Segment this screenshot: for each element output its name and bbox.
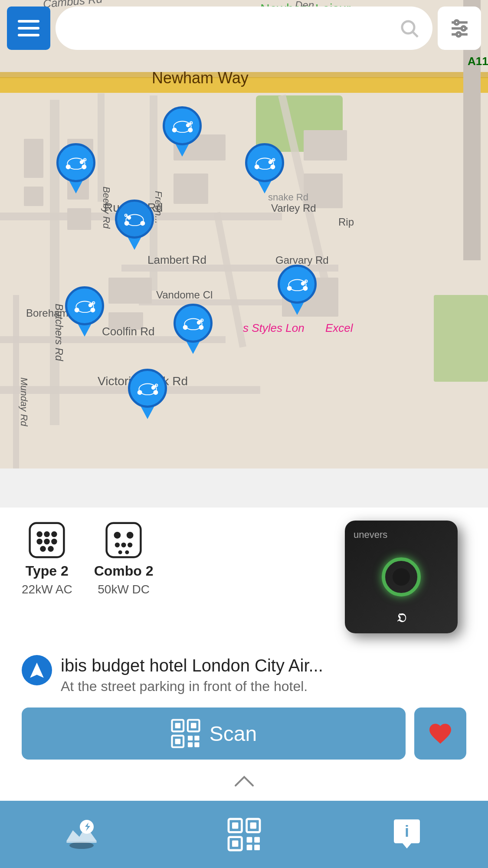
nav-item-map[interactable] — [64, 817, 99, 852]
svg-point-118 — [115, 543, 120, 547]
charger-type-1: Type 2 22kW AC — [22, 521, 72, 596]
chevron-up-icon — [231, 773, 257, 790]
svg-point-93 — [137, 390, 142, 395]
svg-point-63 — [254, 164, 259, 169]
svg-point-67 — [272, 158, 275, 161]
device-brand: unevers — [354, 529, 387, 540]
map-pin-5[interactable] — [65, 286, 104, 337]
svg-point-52 — [82, 164, 86, 169]
svg-text:Varley Rd: Varley Rd — [271, 202, 316, 214]
svg-point-110 — [37, 539, 43, 545]
menu-button[interactable] — [7, 7, 50, 50]
device-image: unevers 𝔒 — [345, 521, 466, 642]
svg-point-105 — [456, 32, 460, 36]
svg-rect-139 — [250, 822, 256, 829]
scan-button[interactable]: Scan — [22, 708, 406, 760]
svg-point-94 — [153, 390, 158, 395]
svg-rect-134 — [66, 841, 97, 843]
device-led — [382, 557, 421, 596]
svg-point-117 — [127, 532, 134, 539]
location-icon — [22, 655, 52, 685]
map-pin-8[interactable] — [128, 369, 167, 419]
svg-point-51 — [66, 164, 70, 169]
bottom-panel: Type 2 22kW AC Combo 2 50kW DC — [0, 508, 488, 807]
svg-point-75 — [74, 308, 79, 312]
map-pin-7[interactable] — [278, 265, 317, 315]
svg-text:Beeby Rd: Beeby Rd — [101, 187, 112, 229]
svg-text:Newham Way: Newham Way — [152, 69, 249, 87]
nav-item-scan[interactable] — [227, 817, 262, 852]
svg-point-114 — [48, 546, 54, 552]
scan-button-label: Scan — [210, 722, 257, 746]
svg-point-116 — [114, 532, 121, 539]
svg-point-87 — [287, 286, 291, 291]
favorite-button[interactable] — [414, 708, 466, 760]
map-view[interactable]: Cambus Rd Den... Newham Way Russell Rd L… — [0, 0, 488, 468]
svg-point-64 — [270, 164, 275, 169]
action-buttons: Scan — [22, 708, 466, 760]
nav-qr-icon — [227, 817, 262, 852]
svg-point-82 — [199, 325, 203, 330]
svg-rect-132 — [194, 742, 199, 747]
svg-rect-23 — [174, 174, 208, 204]
svg-point-109 — [51, 531, 57, 537]
location-text: ibis budget hotel London City Air... At … — [61, 655, 466, 694]
svg-text:Vandome Cl: Vandome Cl — [156, 289, 213, 301]
svg-rect-27 — [108, 278, 152, 304]
svg-point-98 — [402, 21, 414, 33]
svg-rect-20 — [24, 139, 43, 178]
svg-rect-8 — [98, 93, 105, 202]
filter-icon — [448, 16, 472, 40]
map-pin-6[interactable] — [174, 304, 213, 354]
device-logo: 𝔒 — [397, 611, 406, 626]
svg-text:Coolfin Rd: Coolfin Rd — [102, 325, 154, 338]
svg-rect-142 — [246, 837, 252, 842]
svg-rect-131 — [188, 742, 193, 747]
search-bar — [56, 7, 432, 50]
svg-rect-144 — [246, 845, 252, 850]
svg-text:Rip: Rip — [338, 216, 354, 228]
svg-point-69 — [124, 221, 129, 226]
svg-point-55 — [83, 158, 86, 161]
svg-point-76 — [90, 308, 95, 312]
nav-item-info[interactable]: i — [390, 817, 424, 852]
nav-map-icon — [64, 817, 99, 852]
search-input[interactable] — [69, 19, 392, 37]
svg-point-57 — [172, 128, 177, 132]
charger-type-2: Combo 2 50kW DC — [94, 521, 154, 596]
map-pin-1[interactable] — [56, 143, 95, 193]
svg-point-81 — [183, 325, 187, 330]
map-pin-2[interactable] — [163, 106, 202, 157]
svg-point-120 — [128, 543, 132, 547]
svg-text:s Styles Lon: s Styles Lon — [243, 321, 305, 334]
svg-text:Munday Rd: Munday Rd — [19, 377, 29, 426]
device-led-inner — [393, 568, 410, 586]
svg-point-91 — [305, 280, 307, 282]
chevron-up[interactable] — [22, 768, 466, 794]
svg-point-111 — [44, 539, 50, 545]
map-pin-4[interactable] — [115, 200, 154, 250]
bottom-nav: i — [0, 801, 488, 868]
svg-point-112 — [51, 539, 57, 545]
charger-types: Type 2 22kW AC Combo 2 50kW DC — [22, 521, 154, 596]
svg-point-122 — [125, 550, 129, 554]
location-row: ibis budget hotel London City Air... At … — [22, 655, 466, 694]
nav-info-icon: i — [390, 817, 424, 852]
svg-point-103 — [455, 20, 459, 24]
svg-text:Lambert Rd: Lambert Rd — [147, 253, 206, 266]
filter-button[interactable] — [438, 7, 481, 50]
svg-rect-126 — [191, 723, 197, 729]
svg-rect-129 — [188, 736, 193, 740]
device-box: unevers 𝔒 — [345, 521, 458, 633]
svg-point-108 — [44, 531, 50, 537]
svg-rect-19 — [67, 208, 91, 230]
svg-rect-128 — [175, 739, 180, 744]
charger-info-row: Type 2 22kW AC Combo 2 50kW DC — [22, 521, 466, 642]
map-pin-3[interactable] — [245, 143, 284, 193]
heart-icon — [427, 721, 453, 747]
svg-point-119 — [121, 543, 126, 547]
svg-point-107 — [37, 531, 43, 537]
svg-point-88 — [303, 286, 308, 291]
location-description: At the street parking in front of the ho… — [61, 678, 466, 694]
svg-text:Garvary Rd: Garvary Rd — [275, 254, 329, 266]
